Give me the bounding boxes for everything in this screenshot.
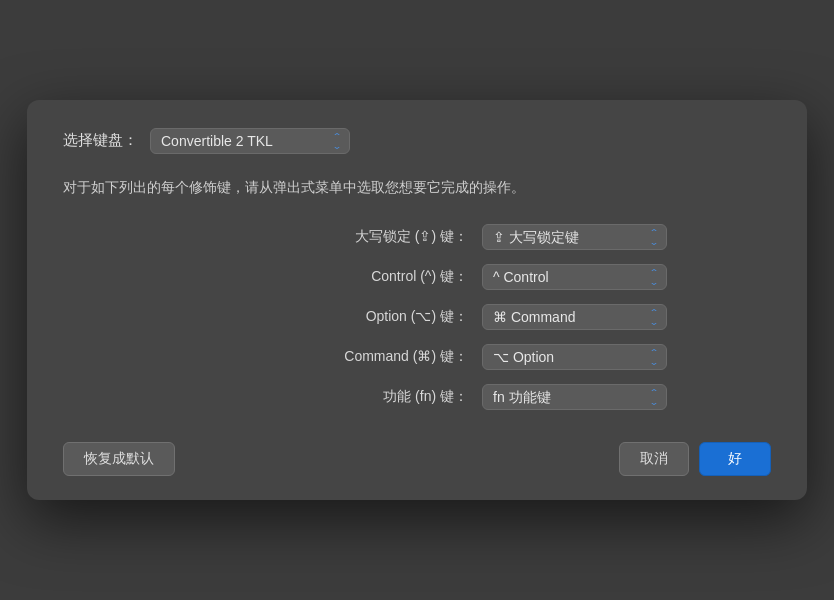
control-select[interactable]: ⇪ 大写锁定键 ^ Control ⌥ Option ⌘ Command 无操作 [482, 264, 667, 290]
fn-select[interactable]: fn 功能键 ⇪ 大写锁定键 ^ Control ⌥ Option ⌘ Comm… [482, 384, 667, 410]
fn-label: 功能 (fn) 键： [288, 388, 468, 406]
dialog-footer: 恢复成默认 取消 好 [63, 442, 771, 476]
option-select[interactable]: ⇪ 大写锁定键 ^ Control ⌥ Option ⌘ Command 无操作 [482, 304, 667, 330]
keyboard-select[interactable]: Convertible 2 TKL [150, 128, 350, 154]
modifier-row-command: Command (⌘) 键： ⇪ 大写锁定键 ^ Control ⌥ Optio… [167, 344, 667, 370]
capslock-label: 大写锁定 (⇪) 键： [288, 228, 468, 246]
modifier-keys-dialog: 选择键盘： Convertible 2 TKL 对于如下列出的每个修饰键，请从弹… [27, 100, 807, 500]
option-select-wrapper: ⇪ 大写锁定键 ^ Control ⌥ Option ⌘ Command 无操作 [482, 304, 667, 330]
modifier-row-control: Control (^) 键： ⇪ 大写锁定键 ^ Control ⌥ Optio… [167, 264, 667, 290]
command-select-wrapper: ⇪ 大写锁定键 ^ Control ⌥ Option ⌘ Command 无操作 [482, 344, 667, 370]
keyboard-selector-row: 选择键盘： Convertible 2 TKL [63, 128, 771, 154]
right-buttons: 取消 好 [619, 442, 771, 476]
description-text: 对于如下列出的每个修饰键，请从弹出式菜单中选取您想要它完成的操作。 [63, 176, 771, 198]
command-select[interactable]: ⇪ 大写锁定键 ^ Control ⌥ Option ⌘ Command 无操作 [482, 344, 667, 370]
control-label: Control (^) 键： [288, 268, 468, 286]
option-label: Option (⌥) 键： [288, 308, 468, 326]
modifier-row-capslock: 大写锁定 (⇪) 键： ⇪ 大写锁定键 ^ Control ⌥ Option ⌘… [167, 224, 667, 250]
capslock-select-wrapper: ⇪ 大写锁定键 ^ Control ⌥ Option ⌘ Command 无操作 [482, 224, 667, 250]
modifier-row-fn: 功能 (fn) 键： fn 功能键 ⇪ 大写锁定键 ^ Control ⌥ Op… [167, 384, 667, 410]
modifier-keys-table: 大写锁定 (⇪) 键： ⇪ 大写锁定键 ^ Control ⌥ Option ⌘… [63, 224, 771, 410]
control-select-wrapper: ⇪ 大写锁定键 ^ Control ⌥ Option ⌘ Command 无操作 [482, 264, 667, 290]
ok-button[interactable]: 好 [699, 442, 771, 476]
fn-select-wrapper: fn 功能键 ⇪ 大写锁定键 ^ Control ⌥ Option ⌘ Comm… [482, 384, 667, 410]
capslock-select[interactable]: ⇪ 大写锁定键 ^ Control ⌥ Option ⌘ Command 无操作 [482, 224, 667, 250]
keyboard-select-wrapper: Convertible 2 TKL [150, 128, 350, 154]
keyboard-row-label: 选择键盘： [63, 131, 138, 150]
command-label: Command (⌘) 键： [288, 348, 468, 366]
modifier-row-option: Option (⌥) 键： ⇪ 大写锁定键 ^ Control ⌥ Option… [167, 304, 667, 330]
restore-default-button[interactable]: 恢复成默认 [63, 442, 175, 476]
cancel-button[interactable]: 取消 [619, 442, 689, 476]
